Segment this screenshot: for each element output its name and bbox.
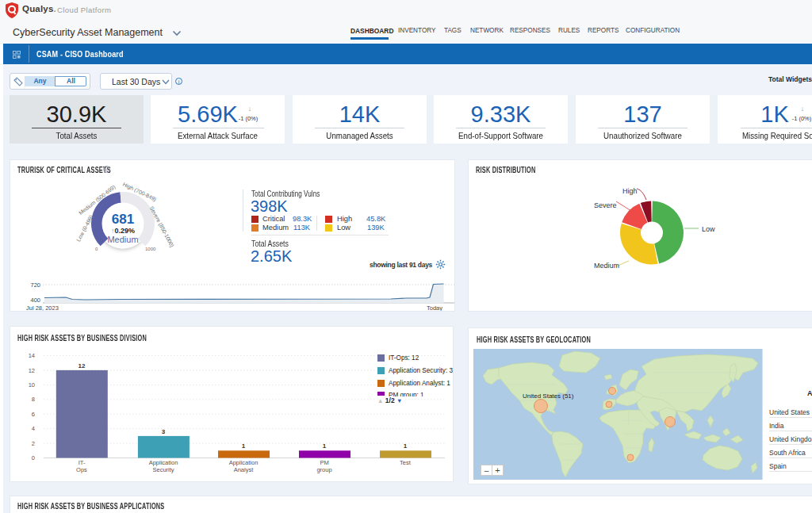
svg-text:Security: Security <box>152 466 174 473</box>
svg-text:1: 1 <box>323 442 327 450</box>
svg-text:400: 400 <box>30 297 40 304</box>
svg-text:1000: 1000 <box>145 247 156 251</box>
svg-text:720: 720 <box>30 281 40 289</box>
svg-text:12: 12 <box>29 367 35 374</box>
svg-text:12: 12 <box>79 362 86 369</box>
svg-text:Severe: Severe <box>594 201 617 209</box>
svg-text:Ops: Ops <box>76 466 87 473</box>
svg-text:Analyst: Analyst <box>234 466 255 473</box>
svg-text:Application: Application <box>149 459 178 466</box>
svg-text:8: 8 <box>32 396 35 403</box>
svg-text:0: 0 <box>95 247 98 251</box>
svg-text:United States (51): United States (51) <box>523 392 574 400</box>
svg-text:6: 6 <box>32 411 35 418</box>
svg-text:group: group <box>316 466 331 473</box>
svg-text:2: 2 <box>32 440 35 447</box>
svg-text:0: 0 <box>32 454 35 461</box>
svg-text:1: 1 <box>404 442 408 450</box>
svg-text:10: 10 <box>29 381 35 389</box>
svg-text:Medium: Medium <box>594 262 619 270</box>
svg-text:IT-: IT- <box>79 459 86 466</box>
svg-text:4: 4 <box>32 425 35 432</box>
svg-text:3: 3 <box>162 428 166 435</box>
svg-text:Application: Application <box>229 459 259 466</box>
svg-text:14: 14 <box>29 352 35 359</box>
svg-text:Test: Test <box>400 459 412 466</box>
svg-text:Jul 28, 2023: Jul 28, 2023 <box>26 304 59 311</box>
svg-text:1: 1 <box>242 442 246 450</box>
svg-text:High: High <box>622 187 638 195</box>
svg-text:PM: PM <box>320 459 328 466</box>
svg-text:Today: Today <box>427 304 442 311</box>
svg-text:Low: Low <box>702 225 715 233</box>
